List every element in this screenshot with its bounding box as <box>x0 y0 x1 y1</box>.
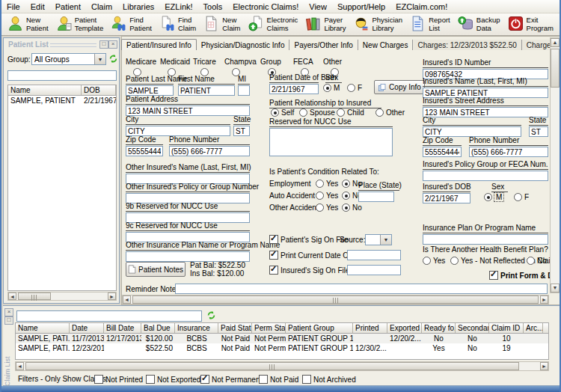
patient-notes-button[interactable]: Patient Notes <box>126 262 186 277</box>
state-input[interactable] <box>233 126 250 136</box>
new-claim-button[interactable]: NewClaim <box>203 16 240 33</box>
filter-not-archived[interactable]: Not Archived <box>302 375 356 385</box>
chevron-down-icon[interactable]: ▼ <box>94 54 105 64</box>
menu-item-edit[interactable]: Edit <box>25 1 50 12</box>
claim-column-insurance[interactable]: Insurance <box>175 323 218 333</box>
tab-charges-12-23-2013-522-50[interactable]: Charges: 12/23/2013 $522.50 <box>413 40 521 50</box>
auto-yes-radio[interactable]: Yes <box>316 192 338 200</box>
print-current-date-checkbox-row[interactable]: Print Current Date Or <box>269 251 351 260</box>
patient-dob-input[interactable] <box>269 84 319 94</box>
insured-state-input[interactable] <box>529 126 548 137</box>
float-window-icon[interactable]: □ <box>99 40 108 49</box>
find-claim-button[interactable]: FindClaim <box>159 16 196 33</box>
electronic-claims-button[interactable]: ElectronicClaims <box>248 16 298 33</box>
find-patient-button[interactable]: FindPatient <box>111 16 152 33</box>
menu-item-ezlink[interactable]: EZLink! <box>159 1 197 12</box>
relationship-other-radio[interactable]: Other <box>375 108 405 117</box>
other-acc-no-radio[interactable]: No <box>342 203 362 212</box>
float-claim-panel-icon[interactable]: □ <box>4 316 13 325</box>
form-vscrollbar[interactable]: ▲ ▼ <box>550 37 560 293</box>
scroll-right-icon[interactable]: ► <box>108 293 116 300</box>
insured-policy-input[interactable] <box>423 171 548 181</box>
refresh-claims-icon[interactable] <box>206 310 216 322</box>
relationship-spouse-radio[interactable]: Spouse <box>299 108 335 117</box>
patients-sig-checkbox-row[interactable]: Patient's Sig On File <box>269 235 348 245</box>
insured-sex-female-radio[interactable]: F <box>514 193 529 202</box>
claim-row[interactable]: SAMPLE, PATI...12/23/2013$522.50BCBSNot … <box>16 343 548 353</box>
filter-not-printed[interactable]: Not Printed <box>94 375 143 385</box>
another-plan-option-radio[interactable]: Yes <box>423 257 445 266</box>
menu-item-support-help[interactable]: Support/Help <box>332 1 390 12</box>
scroll-thumb[interactable] <box>25 362 519 370</box>
close-panel-icon[interactable]: × <box>108 40 117 49</box>
patient-address-input[interactable] <box>126 105 250 116</box>
relationship-self-radio[interactable]: Self <box>271 108 294 117</box>
other-acc-yes-radio[interactable]: Yes <box>316 203 338 212</box>
mi-input[interactable] <box>238 85 250 96</box>
patient-template-button[interactable]: PatientTemplate <box>56 16 104 33</box>
patient-row[interactable]: SAMPLE, PATIENT2/21/1967 <box>8 96 116 105</box>
filter-not-permanent[interactable]: Not Permanent <box>200 375 262 385</box>
menu-item-view[interactable]: View <box>304 1 332 12</box>
employment-yes-radio[interactable]: Yes <box>316 180 338 189</box>
scroll-left-icon[interactable]: ◄ <box>16 362 24 370</box>
scroll-up-icon[interactable]: ▲ <box>551 38 560 47</box>
claim-column-paid-stat[interactable]: Paid Stat... <box>218 323 252 333</box>
patient-column-dob[interactable]: DOB <box>82 85 116 95</box>
insured-sex-male-radio[interactable]: M <box>484 193 503 202</box>
claim-list-hscrollbar[interactable]: ◄ ► <box>15 361 549 371</box>
claim-column-bal-due[interactable]: Bal Due <box>141 323 175 333</box>
claim-column-secondary[interactable]: Secondary <box>456 323 489 333</box>
menu-item-file[interactable]: File <box>1 1 25 12</box>
reserved-nucc-textarea[interactable] <box>269 128 393 156</box>
scroll-right-icon[interactable]: ► <box>540 362 548 370</box>
patient-search-input[interactable] <box>7 70 117 81</box>
scroll-left-icon[interactable]: ◄ <box>123 295 131 304</box>
phone-input[interactable] <box>169 146 250 156</box>
insured-city-input[interactable] <box>423 126 521 137</box>
insured-phone-input[interactable] <box>469 147 548 157</box>
patient-last-name-input[interactable] <box>126 85 174 96</box>
claim-column-arc[interactable]: Arc... <box>524 323 543 333</box>
menu-item-claim[interactable]: Claim <box>86 1 117 12</box>
claim-column-claim-id[interactable]: Claim ID <box>489 323 524 333</box>
filter-not-paid[interactable]: Not Paid <box>259 375 298 385</box>
menu-item-libraries[interactable]: Libraries <box>117 1 159 12</box>
tab-payers-other-info[interactable]: Payers/Other Info <box>289 40 358 50</box>
claim-column-bill-date[interactable]: Bill Date <box>104 323 141 333</box>
claim-column-exported[interactable]: Exported <box>387 323 422 333</box>
first-name-input[interactable] <box>178 85 235 96</box>
claim-search-input[interactable] <box>16 310 202 322</box>
claim-column-ready-fo[interactable]: Ready fo... <box>422 323 456 333</box>
relationship-child-radio[interactable]: Child <box>337 108 364 117</box>
insured-sig-input[interactable] <box>347 265 401 275</box>
tab-patient-insured-info[interactable]: Patient/Insured Info <box>121 39 197 50</box>
scroll-left-icon[interactable]: ◄ <box>8 293 16 300</box>
scroll-thumb[interactable] <box>551 49 560 88</box>
claim-column-name[interactable]: Name <box>16 323 70 333</box>
claim-column-perm-sta[interactable]: Perm Sta... <box>252 323 286 333</box>
claim-column-patient-group[interactable]: Patient Group <box>286 323 353 333</box>
sex-male-radio[interactable]: M <box>323 84 340 93</box>
scroll-thumb[interactable] <box>132 295 539 304</box>
another-plan-option-radio[interactable]: No <box>527 257 547 266</box>
payer-library-button[interactable]: PayerLibrary <box>305 16 346 33</box>
city-input[interactable] <box>126 126 230 136</box>
insured-sig-checkbox-row[interactable]: Insured's Sig On File <box>269 266 350 275</box>
report-list-button[interactable]: ReportList <box>410 16 450 33</box>
patient-column-name[interactable]: Name <box>8 85 82 95</box>
group-select[interactable]: All Groups ▼ <box>31 53 106 65</box>
scroll-right-icon[interactable]: ► <box>540 295 548 304</box>
place-state-input[interactable] <box>358 192 394 202</box>
source-select[interactable]: ▼ <box>365 234 392 245</box>
physician-library-button[interactable]: PhysicianLibrary <box>353 16 402 33</box>
menu-item-tools[interactable]: Tools <box>198 1 228 12</box>
filter-not-exported[interactable]: Not Exported <box>146 375 200 385</box>
menu-item-ezclaim-com[interactable]: EZClaim.com! <box>390 1 453 12</box>
tab-new-charges[interactable]: New Charges <box>358 40 414 50</box>
chevron-down-icon[interactable]: ▼ <box>380 235 391 245</box>
menu-item-patient[interactable]: Patient <box>50 1 86 12</box>
form-hscrollbar[interactable]: ◄ ► <box>122 295 549 304</box>
zip-input[interactable] <box>126 146 163 156</box>
claim-column-date[interactable]: Date <box>70 323 104 333</box>
